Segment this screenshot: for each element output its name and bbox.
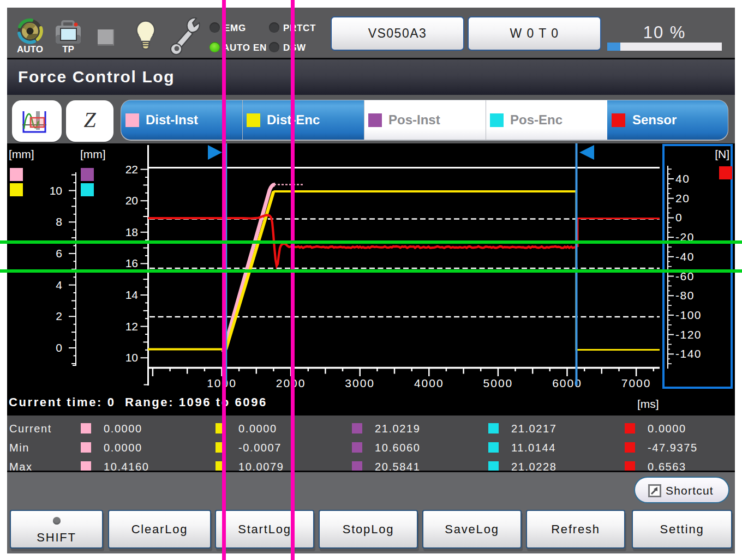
svg-text:[N]: [N] xyxy=(715,148,729,160)
svg-text:7000: 7000 xyxy=(621,377,651,389)
svg-text:4: 4 xyxy=(56,279,62,291)
svg-text:-100: -100 xyxy=(675,309,702,321)
svg-text:22: 22 xyxy=(125,163,138,176)
svg-text:14: 14 xyxy=(125,288,139,301)
svg-text:40: 40 xyxy=(675,172,690,185)
svg-text:-40: -40 xyxy=(675,250,695,263)
svg-text:20: 20 xyxy=(125,194,138,207)
svg-text:10: 10 xyxy=(125,351,138,364)
svg-text:12: 12 xyxy=(125,320,138,333)
svg-text:3000: 3000 xyxy=(345,377,375,389)
svg-text:TP: TP xyxy=(62,44,74,55)
svg-text:Current time: 0 Range: 1096 t: Current time: 0 Range: 1096 to 6096 xyxy=(9,395,267,409)
svg-text:2: 2 xyxy=(56,310,62,322)
svg-text:20: 20 xyxy=(675,192,690,204)
svg-text:5000: 5000 xyxy=(483,377,513,389)
svg-text:4000: 4000 xyxy=(414,377,444,389)
svg-text:[mm]: [mm] xyxy=(9,148,34,160)
svg-text:6: 6 xyxy=(56,247,62,260)
svg-text:-140: -140 xyxy=(675,347,702,360)
svg-text:18: 18 xyxy=(125,226,138,238)
svg-text:8: 8 xyxy=(56,215,62,228)
svg-text:[ms]: [ms] xyxy=(637,398,659,410)
svg-text:AUTO: AUTO xyxy=(17,44,43,55)
svg-text:-120: -120 xyxy=(675,328,702,341)
svg-text:6000: 6000 xyxy=(552,377,582,389)
svg-text:-80: -80 xyxy=(675,289,695,302)
svg-text:[mm]: [mm] xyxy=(80,148,106,160)
svg-text:0: 0 xyxy=(56,341,62,354)
svg-text:16: 16 xyxy=(125,257,138,269)
svg-text:0: 0 xyxy=(675,211,683,224)
svg-text:10: 10 xyxy=(50,184,62,197)
